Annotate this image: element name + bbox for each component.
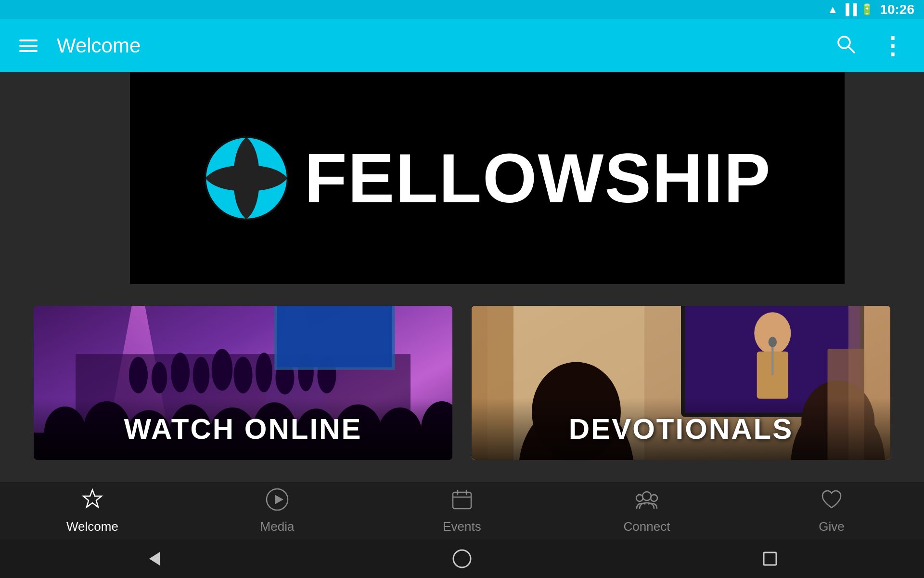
watch-online-label: WATCH ONLINE — [34, 398, 452, 460]
hero-side-left — [0, 72, 130, 284]
svg-point-60 — [453, 550, 471, 567]
fellowship-name: FELLOWSHIP — [304, 144, 771, 213]
welcome-icon — [80, 487, 104, 515]
app-bar: Welcome ⋮ — [0, 19, 924, 72]
svg-point-58 — [651, 495, 657, 501]
nav-item-give[interactable]: Give — [783, 487, 880, 534]
nav-item-connect[interactable]: Connect — [599, 487, 695, 534]
svg-point-9 — [129, 357, 148, 394]
nav-label-connect: Connect — [624, 519, 670, 534]
hero-center[interactable]: FELLOWSHIP — [130, 72, 845, 284]
page-title: Welcome — [57, 34, 835, 57]
svg-point-56 — [642, 492, 651, 500]
hero-banner: FELLOWSHIP — [0, 72, 924, 284]
app-bar-actions: ⋮ — [835, 33, 905, 59]
svg-point-15 — [256, 353, 272, 393]
svg-rect-61 — [764, 552, 776, 565]
devotionals-card[interactable]: DEVOTIONALS — [472, 306, 890, 460]
sys-nav — [0, 539, 924, 578]
back-button[interactable] — [140, 544, 168, 573]
cards-section: WATCH ONLINE — [0, 284, 924, 482]
watch-online-card[interactable]: WATCH ONLINE — [34, 306, 452, 460]
nav-item-events[interactable]: Events — [414, 487, 510, 534]
bottom-nav: Welcome Media Events — [0, 482, 924, 539]
svg-point-14 — [233, 357, 252, 394]
nav-item-welcome[interactable]: Welcome — [44, 487, 141, 534]
svg-point-13 — [212, 349, 233, 391]
svg-line-1 — [848, 47, 854, 53]
svg-rect-20 — [277, 306, 392, 367]
svg-marker-59 — [149, 552, 160, 565]
svg-marker-51 — [275, 495, 283, 504]
time-display: 10:26 — [880, 2, 914, 17]
main-content: FELLOWSHIP — [0, 72, 924, 482]
svg-point-57 — [636, 495, 643, 501]
devotionals-label: DEVOTIONALS — [472, 398, 890, 460]
nav-label-events: Events — [443, 519, 481, 534]
connect-icon — [635, 487, 659, 515]
more-button[interactable]: ⋮ — [880, 38, 905, 54]
nav-item-media[interactable]: Media — [229, 487, 325, 534]
signal-icon: ▐▐ — [842, 3, 857, 16]
search-button[interactable] — [835, 33, 856, 59]
battery-icon: 🔋 — [860, 3, 873, 16]
menu-button[interactable] — [19, 39, 38, 52]
svg-point-10 — [152, 362, 167, 394]
status-bar: ▲ ▐▐ 🔋 10:26 — [0, 0, 924, 19]
hero-side-right — [845, 72, 924, 284]
fellowship-globe-icon — [203, 135, 290, 222]
media-icon — [265, 487, 289, 515]
fellowship-logo: FELLOWSHIP — [203, 135, 771, 222]
nav-label-media: Media — [260, 519, 295, 534]
home-button[interactable] — [448, 544, 476, 573]
wifi-icon: ▲ — [827, 3, 838, 16]
recent-button[interactable] — [756, 544, 784, 573]
nav-label-give: Give — [819, 519, 844, 534]
nav-label-welcome: Welcome — [66, 519, 118, 534]
svg-point-11 — [171, 353, 190, 393]
svg-point-12 — [193, 357, 210, 394]
svg-point-41 — [769, 337, 777, 347]
svg-rect-52 — [453, 492, 471, 509]
svg-point-3 — [239, 171, 254, 186]
events-icon — [450, 487, 474, 515]
give-icon — [820, 487, 844, 515]
